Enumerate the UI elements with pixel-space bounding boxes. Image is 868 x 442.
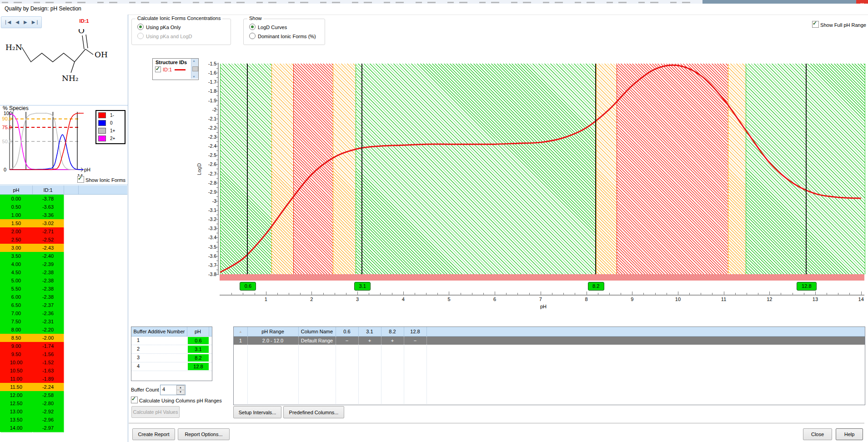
x-tick (243, 293, 243, 295)
buffer-ph-cell[interactable]: 12.8 (188, 363, 209, 370)
x-tick (804, 293, 804, 295)
row-cell: + (381, 337, 404, 345)
create-report-button[interactable]: Create Report (132, 428, 175, 440)
y-tick-label: -3.1 (202, 207, 216, 213)
buffer-number-cell: 4 (137, 363, 140, 369)
x-tick (838, 293, 838, 295)
column-header[interactable]: 8.2 (381, 327, 404, 336)
y-tick-label: -1.7 (202, 79, 216, 85)
calculate-ph-values-button: Calculate pH Values (131, 406, 180, 418)
buffer-ph-tag[interactable]: 8.2 (588, 282, 604, 291)
buffer-ph-line[interactable] (361, 64, 362, 281)
calc-using-columns-checkbox[interactable]: Calculate Using Columns pH Ranges (131, 397, 222, 403)
row-cell: 1 (234, 337, 248, 345)
x-tick (403, 291, 404, 295)
table-row: 38.2 (131, 354, 212, 362)
y-tick-label: -2.2 (202, 125, 216, 131)
table-row: 11.50-2.24 (0, 383, 127, 391)
x-tick (575, 293, 575, 295)
table-row: 13.00-2.92 (0, 407, 127, 416)
close-button[interactable]: Close (803, 428, 832, 440)
column-header[interactable]: 0.6 (336, 327, 359, 336)
y-tick-label: -3.5 (202, 244, 216, 250)
buffer-number-cell: 2 (137, 346, 140, 352)
setup-intervals-button[interactable]: Setup Intervals... (233, 406, 281, 418)
sort-icon[interactable]: ▲ (234, 327, 248, 336)
column-guide (298, 344, 299, 404)
table-row: 13.50-2.96 (0, 416, 127, 424)
buffer-ph-line[interactable] (247, 64, 248, 281)
table-row: 10.6 (131, 337, 212, 345)
column-header[interactable]: 3.1 (358, 327, 381, 336)
x-tick (724, 291, 724, 295)
x-tick (643, 293, 644, 295)
buffer-ph-line[interactable] (595, 64, 596, 281)
y-tick (215, 210, 218, 211)
buffer-ph-cell[interactable]: 8.2 (188, 354, 209, 362)
x-tick-label: 13 (808, 296, 822, 302)
buffer-ph-cell[interactable]: 0.6 (188, 337, 209, 344)
report-options-button[interactable]: Report Options... (178, 428, 230, 440)
ph-cell: 11.00 (0, 375, 33, 383)
y-tick (215, 100, 218, 101)
x-tick (277, 293, 278, 295)
y-tick-label: -2.6 (202, 161, 216, 167)
ph-cell: 9.00 (0, 342, 33, 351)
ph-cell: 14.00 (0, 424, 33, 432)
buffer-ph-tag[interactable]: 0.6 (240, 282, 256, 291)
y-minor-tick (216, 123, 218, 124)
row-cell: − (404, 337, 427, 345)
y-tick (215, 201, 218, 201)
predefined-columns-button[interactable]: Predefined Columns... (283, 406, 344, 418)
column-guide (381, 344, 381, 404)
buffer-count-stepper[interactable]: 4 ▲ ▼ (160, 385, 186, 395)
column-header[interactable]: pH Range (247, 327, 299, 336)
ph-cell: 7.50 (0, 317, 33, 326)
y-tick (215, 174, 218, 174)
x-tick (472, 293, 472, 295)
buffer-ph-cell[interactable]: 3.1 (188, 346, 209, 353)
buffer-number-cell: 3 (137, 355, 140, 360)
column-guide (358, 344, 359, 404)
buffer-count-label: Buffer Count (131, 387, 159, 392)
logd-curve (220, 65, 861, 272)
y-minor-tick (216, 141, 218, 142)
divider (129, 423, 864, 423)
column-header[interactable]: Column Name (298, 327, 336, 336)
y-tick-label: -2.7 (202, 171, 216, 176)
x-tick (849, 293, 850, 295)
x-tick (300, 293, 301, 295)
checkbox-icon[interactable] (131, 397, 138, 403)
x-tick (231, 293, 232, 295)
y-tick-label: -1.5 (202, 61, 216, 66)
column-header[interactable]: 12.8 (404, 327, 427, 336)
logd-cell: -2.96 (32, 416, 64, 424)
y-minor-tick (216, 95, 218, 96)
ph-cell: 10.50 (0, 367, 33, 375)
x-tick (346, 293, 346, 295)
y-tick (215, 128, 218, 128)
stepper-down-icon[interactable]: ▼ (176, 390, 185, 395)
y-minor-tick (216, 196, 218, 197)
y-tick-label: -1.6 (202, 70, 216, 75)
buffer-ph-tag[interactable]: 3.1 (354, 282, 371, 291)
help-button[interactable]: Help (836, 428, 863, 440)
y-minor-tick (216, 270, 218, 270)
y-minor-tick (216, 160, 218, 160)
y-tick-label: -3.4 (202, 235, 216, 240)
buffer-ph-tag[interactable]: 12.8 (797, 282, 817, 291)
y-tick (215, 247, 218, 247)
y-tick-label: -2.5 (202, 152, 216, 158)
y-axis-title: LogD (196, 160, 202, 178)
buffer-ph-line[interactable] (806, 64, 807, 281)
ph-cell: 8.00 (0, 326, 33, 334)
x-tick-label: 7 (534, 296, 547, 302)
column-guide (336, 344, 336, 404)
x-tick-label: 12 (763, 296, 776, 302)
x-tick (289, 293, 289, 295)
y-tick-label: -3.3 (202, 226, 216, 231)
table-row: 14.00-2.97 (0, 424, 127, 432)
x-tick (266, 291, 266, 295)
x-tick (861, 291, 862, 295)
table-row[interactable]: 12.0 - 12.0Default Range−++− (234, 337, 865, 345)
